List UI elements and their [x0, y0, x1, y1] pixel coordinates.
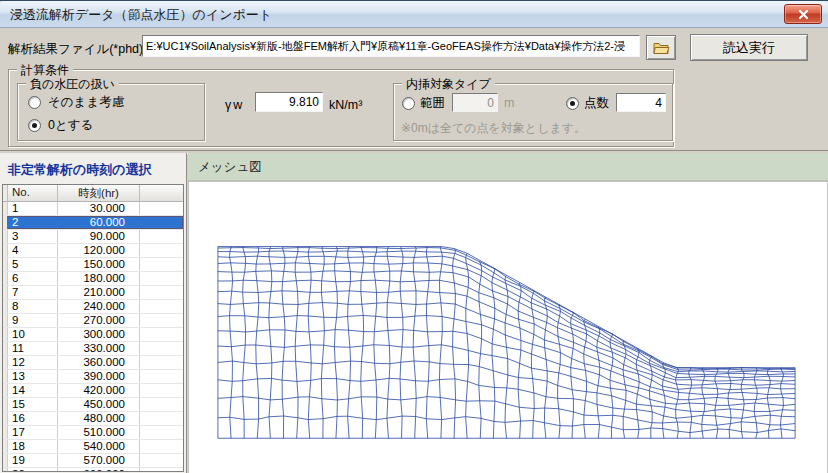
window-title: 浸透流解析データ（節点水圧）のインポート [10, 6, 272, 24]
table-row[interactable]: 260.000 [3, 216, 183, 230]
row-time-cell: 240.000 [58, 300, 140, 313]
table-row[interactable]: 4120.000 [3, 244, 183, 258]
result-file-path-input[interactable] [142, 35, 640, 57]
row-filler-cell [140, 286, 183, 299]
row-filler-cell [140, 328, 183, 341]
row-no-cell: 12 [8, 356, 58, 369]
table-row[interactable]: 11330.000 [3, 342, 183, 356]
row-time-cell: 510.000 [58, 426, 140, 439]
row-no-cell: 4 [8, 244, 58, 257]
row-time-cell: 540.000 [58, 440, 140, 453]
browse-folder-button[interactable] [646, 35, 676, 60]
table-row[interactable]: 390.000 [3, 230, 183, 244]
table-row[interactable]: 6180.000 [3, 272, 183, 286]
row-time-cell: 120.000 [58, 244, 140, 257]
gamma-w-label: γw [225, 98, 244, 112]
table-row[interactable]: 10300.000 [3, 328, 183, 342]
row-no-cell: 16 [8, 412, 58, 425]
row-no-cell: 15 [8, 398, 58, 411]
table-row[interactable]: 17510.000 [3, 426, 183, 440]
row-time-cell: 180.000 [58, 272, 140, 285]
row-no-cell: 10 [8, 328, 58, 341]
radio-range[interactable] [402, 97, 415, 110]
row-no-cell: 7 [8, 286, 58, 299]
row-time-cell: 450.000 [58, 398, 140, 411]
fem-mesh-image [189, 182, 827, 473]
row-filler-cell [140, 244, 183, 257]
table-row[interactable]: 18540.000 [3, 440, 183, 454]
table-row[interactable]: 5150.000 [3, 258, 183, 272]
row-no-cell: 11 [8, 342, 58, 355]
time-table: No. 時刻(hr) 130.000260.000390.0004120.000… [2, 184, 184, 472]
row-time-cell: 390.000 [58, 370, 140, 383]
row-filler-cell [140, 216, 183, 229]
close-icon [798, 9, 809, 20]
time-table-body: 130.000260.000390.0004120.0005150.000618… [3, 202, 183, 472]
table-row[interactable]: 130.000 [3, 202, 183, 216]
table-row[interactable]: 16480.000 [3, 412, 183, 426]
table-row[interactable]: 12360.000 [3, 356, 183, 370]
table-row[interactable]: 13390.000 [3, 370, 183, 384]
row-filler-cell [140, 454, 183, 467]
row-filler-cell [140, 384, 183, 397]
close-button[interactable] [784, 4, 822, 24]
mesh-panel-title: メッシュ図 [198, 159, 262, 176]
gamma-w-input[interactable] [255, 92, 323, 112]
row-no-cell: 20 [8, 468, 58, 472]
row-filler-cell [140, 230, 183, 243]
row-no-cell: 14 [8, 384, 58, 397]
load-execute-button[interactable]: 読込実行 [690, 34, 808, 61]
interpolation-type-label: 内挿対象タイプ [402, 76, 495, 93]
points-value-input[interactable] [616, 93, 666, 112]
row-time-cell: 570.000 [58, 454, 140, 467]
row-filler-cell [140, 426, 183, 439]
header-time-cell: 時刻(hr) [58, 185, 140, 201]
range-unit-label: m [504, 96, 514, 110]
negative-pressure-label: 負の水圧の扱い [26, 76, 119, 93]
row-filler-cell [140, 412, 183, 425]
row-no-cell: 18 [8, 440, 58, 453]
radio-range-label: 範囲 [420, 95, 445, 112]
import-dialog: 浸透流解析データ（節点水圧）のインポート 解析結果ファイル(*phd) 読込実行… [0, 0, 828, 473]
row-no-cell: 19 [8, 454, 58, 467]
radio-set-zero[interactable] [28, 119, 41, 132]
radio-points[interactable] [566, 97, 579, 110]
header-filler-cell [140, 185, 183, 201]
row-no-cell: 2 [8, 216, 58, 229]
radio-keep-as-is-label: そのまま考慮 [48, 94, 124, 111]
row-no-cell: 13 [8, 370, 58, 383]
radio-set-zero-label: 0とする [48, 117, 93, 134]
folder-icon [653, 41, 670, 55]
negative-pressure-group: 負の水圧の扱い そのまま考慮 0とする [17, 83, 205, 141]
row-filler-cell [140, 440, 183, 453]
row-time-cell: 300.000 [58, 328, 140, 341]
row-filler-cell [140, 342, 183, 355]
range-value-input [452, 93, 498, 112]
time-selection-panel: 非定常解析の時刻の選択 No. 時刻(hr) 130.000260.000390… [0, 153, 187, 473]
row-time-cell: 210.000 [58, 286, 140, 299]
row-no-cell: 1 [8, 202, 58, 215]
mesh-canvas [188, 181, 828, 473]
radio-keep-as-is[interactable] [28, 96, 41, 109]
table-row[interactable]: 19570.000 [3, 454, 183, 468]
table-row[interactable]: 8240.000 [3, 300, 183, 314]
row-filler-cell [140, 258, 183, 271]
row-no-cell: 5 [8, 258, 58, 271]
row-filler-cell [140, 370, 183, 383]
row-no-cell: 3 [8, 230, 58, 243]
row-filler-cell [140, 300, 183, 313]
table-row[interactable]: 7210.000 [3, 286, 183, 300]
row-time-cell: 480.000 [58, 412, 140, 425]
table-row[interactable]: 15450.000 [3, 398, 183, 412]
table-row[interactable]: 9270.000 [3, 314, 183, 328]
row-time-cell: 150.000 [58, 258, 140, 271]
row-time-cell: 90.000 [58, 230, 140, 243]
row-time-cell: 270.000 [58, 314, 140, 327]
row-filler-cell [140, 356, 183, 369]
interpolation-note: ※0mは全ての点を対象とします。 [401, 120, 586, 137]
time-panel-title: 非定常解析の時刻の選択 [8, 161, 152, 179]
mesh-panel-header: メッシュ図 [188, 153, 828, 181]
table-row[interactable]: 20600.000 [3, 468, 183, 472]
table-row[interactable]: 14420.000 [3, 384, 183, 398]
row-filler-cell [140, 468, 183, 472]
